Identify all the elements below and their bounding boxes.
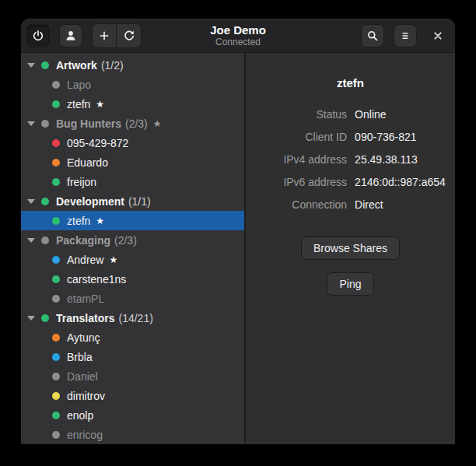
field-label: IPv4 address (255, 153, 347, 166)
contact-name: Eduardo (67, 156, 108, 169)
favorite-star-icon: ★ (96, 215, 104, 226)
field-value: 090-736-821 (355, 131, 446, 143)
group-name: Packaging (56, 234, 110, 247)
field-value: Online (355, 108, 446, 121)
tree-row-group[interactable]: Bug Hunters(2/3)★ (21, 114, 244, 133)
headerbar-left-controls (26, 23, 142, 48)
favorite-star-icon: ★ (96, 99, 104, 110)
expander-icon[interactable] (27, 63, 35, 68)
tree-row-contact[interactable]: Aytunç (21, 328, 244, 347)
browse-shares-button[interactable]: Browse Shares (301, 237, 400, 260)
status-dot (52, 353, 60, 361)
tree-row-contact[interactable]: Eduardo (21, 152, 244, 172)
contact-actions: Browse Shares Ping (301, 237, 400, 296)
tree-row-group[interactable]: Development(1/1) (21, 191, 244, 211)
refresh-button[interactable] (117, 24, 141, 47)
person-icon (65, 30, 77, 42)
status-dot (52, 139, 60, 147)
hamburger-menu-icon (399, 30, 411, 42)
group-count: (14/21) (118, 312, 152, 324)
contact-name: enricog (67, 429, 103, 441)
tree-row-contact[interactable]: enricog (21, 425, 244, 443)
group-count: (1/2) (101, 59, 124, 72)
status-dot (52, 217, 60, 225)
tree-row-contact[interactable]: 095-429-872 (21, 133, 244, 152)
tree-row-contact[interactable]: Brbla (21, 347, 244, 366)
contact-name: 095-429-872 (67, 137, 128, 149)
headerbar: Joe Demo Connected (21, 19, 455, 53)
status-dot (41, 61, 49, 69)
contact-name: ztefn (67, 98, 90, 110)
status-dot (52, 392, 60, 400)
contact-name: enolp (67, 409, 93, 422)
expander-icon[interactable] (27, 121, 35, 126)
tree-row-contact[interactable]: enolp (21, 405, 244, 425)
group-count: (2/3) (125, 117, 148, 130)
status-dot (52, 81, 60, 89)
contact-detail-panel: ztefn StatusOnlineClient ID090-736-821IP… (246, 53, 455, 443)
field-label: Status (255, 108, 347, 121)
favorite-star-icon: ★ (153, 118, 162, 129)
tree-row-group[interactable]: Artwork(1/2) (21, 55, 244, 75)
main-content: Artwork(1/2)Lapoztefn★Bug Hunters(2/3)★0… (21, 53, 455, 443)
contact-name: freijon (67, 176, 96, 188)
status-dot (52, 373, 60, 380)
power-button[interactable] (26, 24, 50, 47)
tree-row-contact[interactable]: Lapo (21, 75, 244, 94)
group-name: Development (56, 195, 124, 208)
tree-row-contact[interactable]: Daniel (21, 366, 244, 386)
group-count: (1/1) (128, 195, 151, 208)
search-button[interactable] (361, 24, 384, 47)
contact-name: dimitrov (67, 390, 105, 402)
tree-row-contact[interactable]: dimitrov (21, 386, 244, 405)
ping-button[interactable]: Ping (327, 272, 373, 296)
contact-name: ztefn (67, 215, 90, 227)
tree-row-contact[interactable]: carstene1ns (21, 269, 244, 289)
status-dot (52, 412, 60, 419)
tree-row-contact[interactable]: Andrew★ (21, 250, 244, 269)
contact-detail-name: ztefn (337, 76, 364, 89)
contact-name: Brbla (67, 351, 93, 363)
contacts-tree: Artwork(1/2)Lapoztefn★Bug Hunters(2/3)★0… (21, 53, 246, 443)
field-label: Client ID (255, 131, 347, 143)
tree-row-contact[interactable]: ztefn★ (21, 211, 244, 230)
group-name: Bug Hunters (56, 117, 121, 130)
contacts-button[interactable] (59, 24, 82, 47)
power-icon (32, 30, 44, 42)
connection-status: Connected (215, 37, 261, 47)
close-icon (432, 30, 444, 42)
group-name: Artwork (56, 59, 97, 72)
status-dot (52, 178, 60, 186)
tree-row-contact[interactable]: freijon (21, 172, 244, 191)
expander-icon[interactable] (27, 238, 35, 243)
tree-row-group[interactable]: Packaging(2/3) (21, 230, 244, 250)
plus-icon (98, 30, 110, 42)
field-label: IPv6 address (255, 176, 347, 188)
status-dot (52, 275, 60, 283)
add-refresh-button-group (92, 23, 142, 48)
status-dot (41, 314, 49, 322)
status-dot (52, 334, 60, 342)
contact-name: Lapo (67, 79, 91, 91)
headerbar-right-controls (361, 24, 450, 47)
tree-row-group[interactable]: Translators(14/21) (21, 308, 244, 328)
refresh-icon (123, 30, 135, 42)
window-title: Joe Demo (210, 23, 266, 37)
status-dot (41, 198, 49, 205)
expander-icon[interactable] (27, 199, 35, 204)
expander-icon[interactable] (27, 316, 35, 321)
close-button[interactable] (426, 24, 450, 47)
tree-row-contact[interactable]: etamPL (21, 289, 244, 308)
field-value: Direct (355, 198, 446, 211)
contact-name: carstene1ns (67, 273, 126, 286)
field-value: 2146:0d::987:a654 (355, 176, 446, 188)
menu-button[interactable] (394, 24, 417, 47)
contact-name: etamPL (67, 293, 104, 305)
search-icon (366, 30, 379, 42)
add-button[interactable] (93, 24, 117, 47)
group-count: (2/3) (114, 234, 137, 247)
group-name: Translators (56, 312, 114, 324)
status-dot (41, 120, 49, 128)
status-dot (41, 237, 49, 244)
tree-row-contact[interactable]: ztefn★ (21, 94, 244, 114)
